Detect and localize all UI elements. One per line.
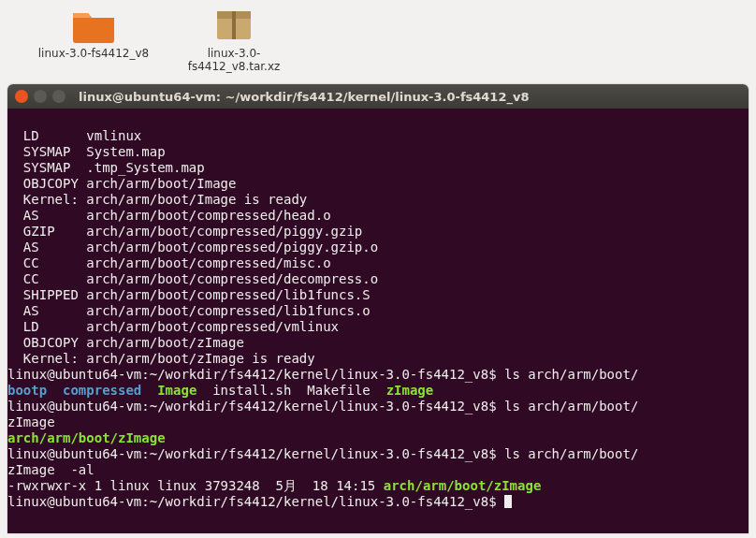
command-1: ls arch/arm/boot/ (497, 367, 639, 382)
build-target: arch/arm/boot/Image is ready (79, 192, 307, 207)
output-2: arch/arm/boot/zImage (7, 430, 166, 445)
build-step: CC (7, 255, 79, 270)
build-step: Kernel: (7, 351, 79, 366)
build-target: arch/arm/boot/zImage (79, 335, 244, 350)
command-3b: zImage -al (7, 462, 94, 477)
svg-rect-2 (232, 11, 236, 39)
build-output-line: OBJCOPY arch/arm/boot/Image (7, 176, 749, 192)
build-step: AS (7, 303, 79, 318)
ls-entry-bootp: bootp (7, 383, 47, 398)
minimize-icon[interactable] (34, 90, 47, 103)
build-target: arch/arm/boot/compressed/lib1funcs.o (79, 303, 371, 318)
build-step: CC (7, 271, 79, 286)
build-output-line: AS arch/arm/boot/compressed/piggy.gzip.o (7, 240, 749, 255)
build-output-line: LD arch/arm/boot/compressed/vmlinux (7, 319, 749, 335)
maximize-icon[interactable] (52, 90, 65, 103)
build-step: OBJCOPY (7, 335, 79, 350)
build-target: arch/arm/boot/compressed/misc.o (79, 255, 331, 270)
prompt: linux@ubuntu64-vm:~/workdir/fs4412/kerne… (7, 494, 497, 509)
build-target: arch/arm/boot/compressed/piggy.gzip.o (79, 240, 378, 254)
build-output-line: SYSMAP .tmp_System.map (7, 160, 749, 176)
build-target: arch/arm/boot/zImage is ready (79, 351, 315, 366)
build-target: .tmp_System.map (79, 160, 205, 175)
build-output-line: CC arch/arm/boot/compressed/decompress.o (7, 271, 749, 287)
desktop-folder-label: linux-3.0-fs4412_v8 (28, 47, 159, 60)
build-step: SHIPPED (7, 287, 79, 302)
build-target: arch/arm/boot/Image (79, 176, 237, 191)
command-2a: ls arch/arm/boot/ (497, 399, 639, 414)
build-output-line: SHIPPED arch/arm/boot/compressed/lib1fun… (7, 287, 749, 303)
ls-entry-image: Image (157, 383, 196, 398)
folder-icon (71, 6, 116, 43)
cursor-icon (504, 495, 512, 508)
build-step: LD (7, 319, 79, 334)
ls-entry-install: install.sh (212, 383, 291, 398)
build-target: vmlinux (79, 128, 141, 143)
prompt: linux@ubuntu64-vm:~/workdir/fs4412/kerne… (7, 446, 497, 461)
desktop-folder-icon[interactable]: linux-3.0-fs4412_v8 (28, 6, 159, 60)
terminal-body[interactable]: LD vmlinux SYSMAP System.map SYSMAP .tmp… (7, 109, 749, 533)
ls-entry-makefile: Makefile (307, 383, 370, 398)
build-target: arch/arm/boot/compressed/head.o (79, 208, 331, 223)
build-output-line: OBJCOPY arch/arm/boot/zImage (7, 335, 749, 351)
build-target: arch/arm/boot/compressed/decompress.o (79, 271, 378, 286)
build-target: System.map (79, 144, 166, 159)
package-icon (211, 6, 256, 43)
window-titlebar[interactable]: linux@ubuntu64-vm: ~/workdir/fs4412/kern… (7, 84, 749, 109)
build-target: arch/arm/boot/compressed/piggy.gzip (79, 224, 362, 239)
build-step: Kernel: (7, 192, 79, 207)
build-step: LD (7, 128, 79, 143)
build-output-line: SYSMAP System.map (7, 144, 749, 160)
build-step: SYSMAP (7, 160, 79, 175)
build-step: SYSMAP (7, 144, 79, 159)
ls-entry-zimage: zImage (386, 383, 434, 398)
ls-entry-compressed: compressed (63, 383, 141, 398)
build-output-line: GZIP arch/arm/boot/compressed/piggy.gzip (7, 224, 749, 240)
build-step: OBJCOPY (7, 176, 79, 191)
build-output-line: LD vmlinux (7, 128, 749, 144)
build-target: arch/arm/boot/compressed/vmlinux (79, 319, 339, 334)
close-icon[interactable] (15, 90, 28, 103)
build-output-line: Kernel: arch/arm/boot/Image is ready (7, 192, 749, 208)
build-output-line: CC arch/arm/boot/compressed/misc.o (7, 255, 749, 271)
prompt: linux@ubuntu64-vm:~/workdir/fs4412/kerne… (7, 367, 497, 382)
command-3a: ls arch/arm/boot/ (497, 446, 639, 461)
window-title: linux@ubuntu64-vm: ~/workdir/fs4412/kern… (79, 90, 529, 104)
output-3-perms: -rwxrwxr-x 1 linux linux 3793248 5月 18 1… (7, 478, 384, 493)
terminal-window: linux@ubuntu64-vm: ~/workdir/fs4412/kern… (7, 84, 749, 533)
output-3-path: arch/arm/boot/zImage (384, 478, 542, 493)
build-step: AS (7, 240, 79, 254)
prompt: linux@ubuntu64-vm:~/workdir/fs4412/kerne… (7, 399, 497, 414)
desktop-archive-label: linux-3.0-fs4412_v8.tar.xz (168, 47, 299, 74)
command-2b: zImage (7, 414, 55, 429)
build-output-line: AS arch/arm/boot/compressed/head.o (7, 208, 749, 224)
build-output-line: AS arch/arm/boot/compressed/lib1funcs.o (7, 303, 749, 319)
build-output-line: Kernel: arch/arm/boot/zImage is ready (7, 351, 749, 367)
desktop-archive-icon[interactable]: linux-3.0-fs4412_v8.tar.xz (168, 6, 299, 74)
build-step: AS (7, 208, 79, 223)
build-step: GZIP (7, 224, 79, 239)
build-target: arch/arm/boot/compressed/lib1funcs.S (79, 287, 371, 302)
